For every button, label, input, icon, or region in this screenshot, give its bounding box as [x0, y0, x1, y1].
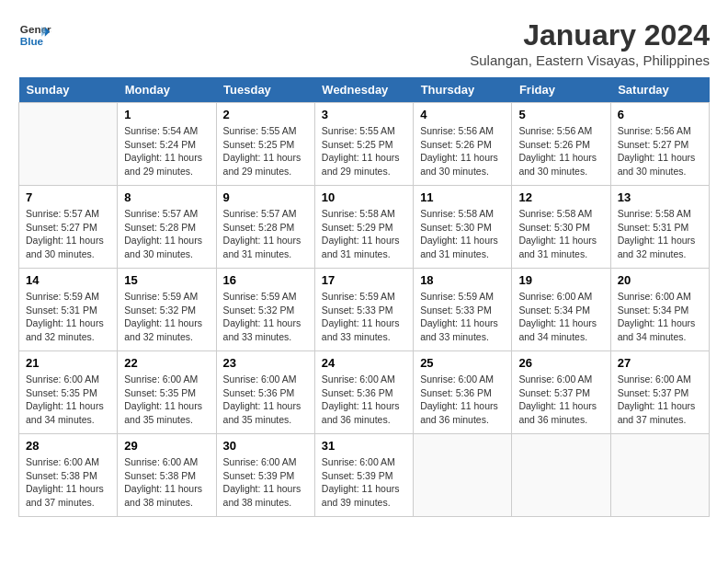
day-info: Sunrise: 5:58 AMSunset: 5:30 PMDaylight:…: [420, 207, 505, 261]
daylight-text: Daylight: 11 hours and 30 minutes.: [518, 151, 603, 178]
sunset-text: Sunset: 5:33 PM: [420, 304, 505, 317]
daylight-text: Daylight: 11 hours and 36 minutes.: [322, 399, 406, 426]
weekday-header: Thursday: [414, 77, 512, 103]
daylight-text: Daylight: 11 hours and 35 minutes.: [124, 399, 209, 426]
daylight-text: Daylight: 11 hours and 33 minutes.: [420, 316, 505, 343]
day-info: Sunrise: 5:59 AMSunset: 5:32 PMDaylight:…: [124, 290, 209, 344]
calendar-cell: 27Sunrise: 6:00 AMSunset: 5:37 PMDayligh…: [610, 351, 709, 434]
sunrise-text: Sunrise: 5:59 AM: [124, 290, 209, 304]
day-info: Sunrise: 6:00 AMSunset: 5:35 PMDaylight:…: [124, 373, 209, 427]
sunrise-text: Sunrise: 6:00 AM: [322, 373, 406, 386]
sunset-text: Sunset: 5:36 PM: [322, 386, 406, 400]
calendar-cell: 26Sunrise: 6:00 AMSunset: 5:37 PMDayligh…: [512, 351, 610, 434]
day-info: Sunrise: 5:58 AMSunset: 5:29 PMDaylight:…: [322, 207, 406, 261]
sunset-text: Sunset: 5:26 PM: [518, 138, 603, 152]
daylight-text: Daylight: 11 hours and 39 minutes.: [322, 482, 406, 509]
sunset-text: Sunset: 5:27 PM: [618, 138, 702, 152]
sunset-text: Sunset: 5:29 PM: [322, 221, 406, 235]
daylight-text: Daylight: 11 hours and 36 minutes.: [420, 399, 505, 426]
day-info: Sunrise: 5:54 AMSunset: 5:24 PMDaylight:…: [124, 124, 209, 178]
sunrise-text: Sunrise: 6:00 AM: [223, 373, 308, 386]
day-number: 8: [124, 190, 209, 204]
day-info: Sunrise: 5:59 AMSunset: 5:33 PMDaylight:…: [322, 290, 406, 344]
sunrise-text: Sunrise: 5:55 AM: [322, 124, 406, 138]
calendar-cell: [512, 434, 610, 517]
calendar-cell: 4Sunrise: 5:56 AMSunset: 5:26 PMDaylight…: [414, 103, 512, 186]
day-info: Sunrise: 5:56 AMSunset: 5:27 PMDaylight:…: [618, 124, 702, 178]
daylight-text: Daylight: 11 hours and 37 minutes.: [618, 399, 702, 426]
daylight-text: Daylight: 11 hours and 31 minutes.: [223, 234, 308, 260]
calendar-table: SundayMondayTuesdayWednesdayThursdayFrid…: [18, 77, 710, 517]
day-number: 7: [26, 190, 110, 204]
sunrise-text: Sunrise: 6:00 AM: [618, 373, 702, 386]
day-number: 21: [26, 356, 110, 370]
logo-icon: General Blue: [18, 18, 51, 52]
daylight-text: Daylight: 11 hours and 38 minutes.: [124, 482, 209, 509]
weekday-header-row: SundayMondayTuesdayWednesdayThursdayFrid…: [19, 77, 710, 103]
daylight-text: Daylight: 11 hours and 34 minutes.: [518, 316, 603, 343]
daylight-text: Daylight: 11 hours and 34 minutes.: [618, 316, 702, 343]
day-number: 30: [223, 439, 308, 453]
day-number: 27: [618, 356, 702, 370]
day-info: Sunrise: 6:00 AMSunset: 5:35 PMDaylight:…: [26, 373, 110, 427]
sunrise-text: Sunrise: 5:56 AM: [518, 124, 603, 138]
calendar-cell: 5Sunrise: 5:56 AMSunset: 5:26 PMDaylight…: [512, 103, 610, 186]
calendar-week-row: 21Sunrise: 6:00 AMSunset: 5:35 PMDayligh…: [19, 351, 710, 434]
calendar-cell: 20Sunrise: 6:00 AMSunset: 5:34 PMDayligh…: [610, 269, 709, 351]
sunrise-text: Sunrise: 5:58 AM: [322, 207, 406, 221]
calendar-cell: 29Sunrise: 6:00 AMSunset: 5:38 PMDayligh…: [118, 434, 216, 517]
calendar-cell: 8Sunrise: 5:57 AMSunset: 5:28 PMDaylight…: [118, 186, 216, 269]
day-number: 18: [420, 273, 505, 287]
calendar-week-row: 7Sunrise: 5:57 AMSunset: 5:27 PMDaylight…: [19, 186, 710, 269]
calendar-cell: 15Sunrise: 5:59 AMSunset: 5:32 PMDayligh…: [118, 269, 216, 351]
day-number: 23: [223, 356, 308, 370]
sunrise-text: Sunrise: 5:57 AM: [124, 207, 209, 221]
day-info: Sunrise: 6:00 AMSunset: 5:36 PMDaylight:…: [420, 373, 505, 427]
sunrise-text: Sunrise: 5:58 AM: [518, 207, 603, 221]
day-info: Sunrise: 6:00 AMSunset: 5:37 PMDaylight:…: [518, 373, 603, 427]
calendar-cell: 12Sunrise: 5:58 AMSunset: 5:30 PMDayligh…: [512, 186, 610, 269]
day-number: 24: [322, 356, 406, 370]
sunset-text: Sunset: 5:32 PM: [124, 304, 209, 317]
daylight-text: Daylight: 11 hours and 34 minutes.: [26, 399, 110, 426]
day-info: Sunrise: 6:00 AMSunset: 5:37 PMDaylight:…: [618, 373, 702, 427]
day-info: Sunrise: 5:55 AMSunset: 5:25 PMDaylight:…: [322, 124, 406, 178]
calendar-cell: 16Sunrise: 5:59 AMSunset: 5:32 PMDayligh…: [216, 269, 314, 351]
title-block: January 2024 Sulangan, Eastern Visayas, …: [470, 18, 710, 68]
sunset-text: Sunset: 5:24 PM: [124, 138, 209, 152]
day-number: 26: [518, 356, 603, 370]
daylight-text: Daylight: 11 hours and 33 minutes.: [223, 316, 308, 343]
day-number: 3: [322, 108, 406, 121]
sunset-text: Sunset: 5:25 PM: [223, 138, 308, 152]
sunset-text: Sunset: 5:39 PM: [322, 469, 406, 483]
weekday-header: Friday: [512, 77, 610, 103]
daylight-text: Daylight: 11 hours and 30 minutes.: [618, 151, 702, 178]
sunset-text: Sunset: 5:36 PM: [223, 386, 308, 400]
sunrise-text: Sunrise: 5:56 AM: [420, 124, 505, 138]
sunset-text: Sunset: 5:33 PM: [322, 304, 406, 317]
calendar-cell: 21Sunrise: 6:00 AMSunset: 5:35 PMDayligh…: [19, 351, 118, 434]
logo: General Blue: [18, 18, 51, 52]
sunrise-text: Sunrise: 6:00 AM: [518, 373, 603, 386]
calendar-cell: 30Sunrise: 6:00 AMSunset: 5:39 PMDayligh…: [216, 434, 314, 517]
day-info: Sunrise: 5:58 AMSunset: 5:30 PMDaylight:…: [518, 207, 603, 261]
daylight-text: Daylight: 11 hours and 30 minutes.: [124, 234, 209, 260]
day-number: 29: [124, 439, 209, 453]
day-number: 13: [618, 190, 702, 204]
daylight-text: Daylight: 11 hours and 32 minutes.: [26, 316, 110, 343]
day-number: 19: [518, 273, 603, 287]
sunset-text: Sunset: 5:35 PM: [26, 386, 110, 400]
daylight-text: Daylight: 11 hours and 29 minutes.: [223, 151, 308, 178]
day-info: Sunrise: 5:58 AMSunset: 5:31 PMDaylight:…: [618, 207, 702, 261]
calendar-cell: 11Sunrise: 5:58 AMSunset: 5:30 PMDayligh…: [414, 186, 512, 269]
day-info: Sunrise: 6:00 AMSunset: 5:36 PMDaylight:…: [223, 373, 308, 427]
daylight-text: Daylight: 11 hours and 33 minutes.: [322, 316, 406, 343]
weekday-header: Monday: [118, 77, 216, 103]
daylight-text: Daylight: 11 hours and 32 minutes.: [618, 234, 702, 260]
sunset-text: Sunset: 5:30 PM: [518, 221, 603, 235]
daylight-text: Daylight: 11 hours and 31 minutes.: [518, 234, 603, 260]
calendar-cell: 9Sunrise: 5:57 AMSunset: 5:28 PMDaylight…: [216, 186, 314, 269]
day-info: Sunrise: 5:56 AMSunset: 5:26 PMDaylight:…: [420, 124, 505, 178]
sunrise-text: Sunrise: 6:00 AM: [618, 290, 702, 304]
calendar-cell: 13Sunrise: 5:58 AMSunset: 5:31 PMDayligh…: [610, 186, 709, 269]
